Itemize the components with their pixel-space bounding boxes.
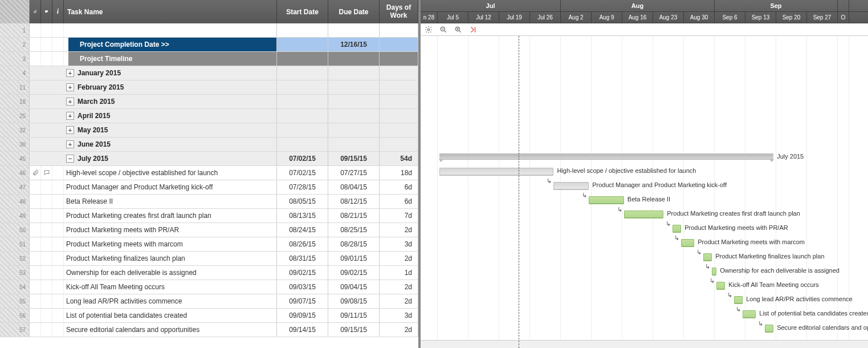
startdate-cell[interactable]: 07/02/15 bbox=[277, 166, 328, 180]
task-cell[interactable]: Product Marketing finalizes launch plan bbox=[64, 252, 277, 265]
month-header[interactable] bbox=[838, 0, 849, 11]
startdate-cell[interactable]: 09/09/15 bbox=[277, 309, 328, 322]
comment-cell[interactable] bbox=[41, 180, 52, 194]
comment-cell[interactable] bbox=[41, 66, 52, 80]
task-cell[interactable] bbox=[64, 23, 277, 37]
startdate-cell[interactable]: 09/14/15 bbox=[277, 323, 328, 337]
duedate-cell[interactable]: 08/04/15 bbox=[328, 180, 380, 194]
attachment-cell[interactable] bbox=[30, 323, 41, 337]
task-cell[interactable]: +April 2015 bbox=[64, 109, 277, 123]
days-cell[interactable]: 2d bbox=[380, 252, 418, 265]
table-row[interactable]: 32+May 2015 bbox=[0, 123, 418, 137]
table-row[interactable]: 1 bbox=[0, 23, 418, 38]
attachment-cell[interactable] bbox=[30, 95, 41, 108]
startdate-cell[interactable]: 09/07/15 bbox=[277, 294, 328, 308]
gantt-area[interactable]: July 2015High-level scope / objective es… bbox=[421, 36, 868, 348]
days-cell[interactable] bbox=[380, 38, 418, 51]
row-number[interactable]: 50 bbox=[0, 223, 30, 237]
week-header[interactable]: Aug 9 bbox=[592, 12, 622, 23]
table-row[interactable]: 54Kick-off All Team Meeting occurs09/03/… bbox=[0, 280, 418, 294]
comment-cell[interactable] bbox=[41, 223, 52, 237]
duedate-cell[interactable]: 09/01/15 bbox=[328, 252, 380, 265]
startdate-cell[interactable] bbox=[277, 123, 328, 137]
days-cell[interactable]: 18d bbox=[380, 166, 418, 180]
week-header[interactable]: Sep 27 bbox=[807, 12, 838, 23]
task-cell[interactable]: Secure editorial calendars and opportuni… bbox=[64, 323, 277, 337]
attachments-column-header[interactable] bbox=[30, 0, 41, 23]
expand-icon[interactable]: + bbox=[66, 83, 74, 91]
info-cell[interactable] bbox=[52, 209, 64, 222]
attachment-cell[interactable] bbox=[30, 309, 41, 322]
week-header[interactable]: Aug 23 bbox=[653, 12, 684, 23]
days-cell[interactable]: 1d bbox=[380, 266, 418, 280]
attachment-cell[interactable] bbox=[30, 66, 41, 80]
duedate-cell[interactable]: 08/28/15 bbox=[328, 237, 380, 251]
info-cell[interactable] bbox=[52, 323, 64, 337]
table-row[interactable]: 50Product Marketing meets with PR/AR08/2… bbox=[0, 223, 418, 237]
gantt-task-bar[interactable] bbox=[624, 211, 663, 218]
days-cell[interactable] bbox=[380, 95, 418, 108]
expand-icon[interactable]: + bbox=[66, 140, 74, 148]
row-number[interactable]: 18 bbox=[0, 95, 30, 108]
attachment-cell[interactable] bbox=[30, 52, 41, 66]
comment-cell[interactable] bbox=[41, 95, 52, 108]
duedate-cell[interactable]: 09/15/15 bbox=[328, 152, 380, 165]
month-header[interactable]: Aug bbox=[561, 0, 715, 11]
startdate-cell[interactable]: 09/03/15 bbox=[277, 280, 328, 294]
duedate-cell[interactable] bbox=[328, 123, 380, 137]
table-row[interactable]: 38+June 2015 bbox=[0, 137, 418, 152]
row-number[interactable]: 47 bbox=[0, 180, 30, 194]
row-number[interactable]: 2 bbox=[0, 38, 30, 51]
gantt-task-bar[interactable] bbox=[553, 182, 589, 190]
expand-icon[interactable]: + bbox=[66, 98, 74, 106]
task-cell[interactable]: Product Marketing meets with PR/AR bbox=[64, 223, 277, 237]
week-header[interactable]: Aug 16 bbox=[622, 12, 653, 23]
days-cell[interactable] bbox=[380, 23, 418, 37]
days-cell[interactable]: 6d bbox=[380, 180, 418, 194]
task-cell[interactable]: Kick-off All Team Meeting occurs bbox=[64, 280, 277, 294]
row-number[interactable]: 3 bbox=[0, 52, 30, 66]
days-cell[interactable]: 6d bbox=[380, 195, 418, 208]
row-number[interactable]: 53 bbox=[0, 266, 30, 280]
month-header[interactable]: Sep bbox=[715, 0, 838, 11]
info-cell[interactable] bbox=[52, 66, 64, 80]
week-header[interactable]: Jul 12 bbox=[468, 12, 499, 23]
task-cell[interactable]: +January 2015 bbox=[64, 66, 277, 80]
attachment-cell[interactable] bbox=[30, 294, 41, 308]
table-row[interactable]: 46High-level scope / objective establish… bbox=[0, 166, 418, 180]
attachment-cell[interactable] bbox=[30, 266, 41, 280]
duedate-cell[interactable] bbox=[328, 95, 380, 108]
comment-cell[interactable] bbox=[41, 152, 52, 165]
comment-cell[interactable] bbox=[41, 252, 52, 265]
comment-cell[interactable] bbox=[41, 280, 52, 294]
comment-cell[interactable] bbox=[41, 266, 52, 280]
comment-cell[interactable] bbox=[41, 309, 52, 322]
startdate-cell[interactable]: 08/26/15 bbox=[277, 237, 328, 251]
task-cell[interactable]: +June 2015 bbox=[64, 137, 277, 151]
table-row[interactable]: 56List of potential beta candidates crea… bbox=[0, 309, 418, 323]
table-row[interactable]: 18+March 2015 bbox=[0, 95, 418, 109]
collapse-icon[interactable]: − bbox=[66, 155, 74, 163]
attachment-cell[interactable] bbox=[30, 109, 41, 123]
info-cell[interactable] bbox=[52, 237, 64, 251]
days-cell[interactable]: 3d bbox=[380, 237, 418, 251]
row-number[interactable]: 51 bbox=[0, 237, 30, 251]
days-cell[interactable]: 2d bbox=[380, 223, 418, 237]
attachment-cell[interactable] bbox=[30, 195, 41, 208]
row-number[interactable]: 54 bbox=[0, 280, 30, 294]
week-header[interactable]: Sep 6 bbox=[715, 12, 745, 23]
week-header[interactable]: Aug 30 bbox=[684, 12, 715, 23]
duedate-cell[interactable]: 07/27/15 bbox=[328, 166, 380, 180]
row-number[interactable]: 45 bbox=[0, 152, 30, 165]
startdate-cell[interactable] bbox=[277, 23, 328, 37]
task-cell[interactable]: Ownership for each deliverable is assign… bbox=[64, 266, 277, 280]
info-cell[interactable] bbox=[52, 38, 64, 51]
info-cell[interactable] bbox=[52, 80, 64, 94]
week-header[interactable]: O bbox=[838, 12, 849, 23]
task-cell[interactable]: List of potential beta candidates create… bbox=[64, 309, 277, 322]
goto-today-icon[interactable] bbox=[468, 25, 478, 34]
table-row[interactable]: 47Product Manager and Product Marketing … bbox=[0, 180, 418, 195]
comment-cell[interactable] bbox=[41, 123, 52, 137]
startdate-cell[interactable] bbox=[277, 38, 328, 51]
week-header[interactable]: n 28 bbox=[421, 12, 438, 23]
